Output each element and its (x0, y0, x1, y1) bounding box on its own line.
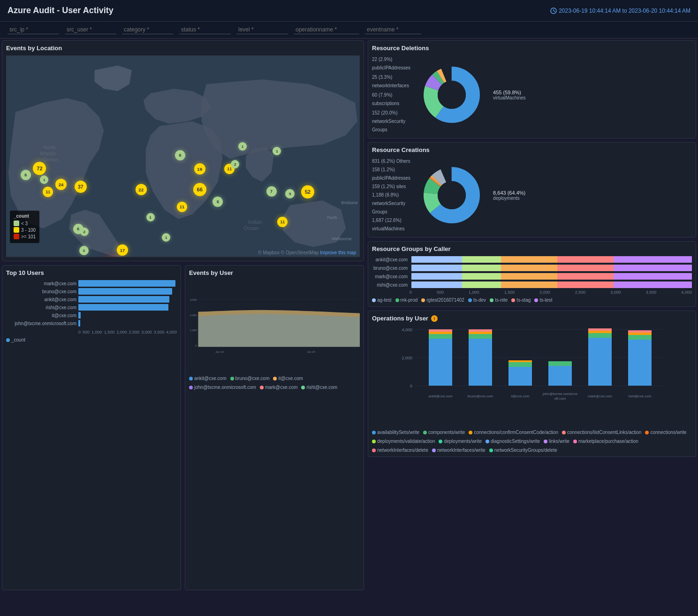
rg-segment (462, 281, 501, 288)
filter-operationname[interactable] (294, 25, 359, 34)
map-bubble[interactable]: 11 (177, 202, 187, 212)
map-bubble[interactable]: 5 (285, 189, 295, 198)
bar-label: rishi@cxe.com (6, 305, 76, 310)
map-bubble[interactable]: 1 (162, 233, 170, 242)
filter-src-ip[interactable] (8, 25, 59, 34)
top10-bar-row: mark@cxe.com (6, 280, 177, 287)
rg-segment (557, 265, 614, 271)
map-bubble[interactable]: 2 (80, 228, 89, 236)
map-bubble[interactable]: 22 (136, 184, 147, 195)
filter-eventname[interactable] (365, 25, 421, 34)
map-bubble[interactable]: 6 (212, 197, 223, 207)
filter-status[interactable] (179, 25, 231, 34)
deletions-chart-container: 22 (2.9%)publicIPAddresses 25 (3.3%)netw… (372, 55, 692, 134)
rg-legend-entry: ts-nite (490, 297, 508, 303)
deletions-label-publicip: 22 (2.9%)publicIPAddresses (372, 55, 410, 72)
rg-legend-label: mk-prod (401, 297, 418, 303)
map-bubble[interactable]: 11 (277, 217, 288, 227)
map-bubble[interactable]: 66 (193, 183, 206, 196)
rg-legend-dot (490, 298, 493, 302)
bar-track (78, 304, 177, 311)
svg-text:john@txcme.onmicros: john@txcme.onmicros (542, 392, 578, 396)
bar-fill (78, 288, 172, 295)
top10-legend: _count (6, 337, 177, 342)
events-by-user-panel: Events by User 3,000 2,000 1,000 0 (185, 265, 364, 590)
svg-text:4,000: 4,000 (402, 327, 412, 332)
events-legend-label: it@cxe.com (278, 376, 303, 381)
rg-segment (411, 281, 462, 288)
rg-segment (411, 256, 462, 263)
improve-map-link[interactable]: Improve this map (320, 250, 356, 255)
events-by-user-title: Events by User (189, 269, 360, 276)
svg-rect-60 (588, 331, 612, 333)
filter-src-user[interactable] (65, 25, 116, 34)
map-bubble[interactable]: 1 (238, 142, 247, 151)
rg-legend-dot (421, 298, 425, 302)
ops-legend-label: connections/write (650, 430, 686, 435)
map-container[interactable]: mapbox (6, 55, 360, 257)
svg-rect-55 (508, 360, 532, 362)
svg-rect-63 (628, 335, 652, 340)
ops-legend-dot (372, 449, 376, 452)
rg-legend-entry: rgtest2016071402 (421, 297, 464, 303)
time-range: 2023-06-19 10:44:14 AM to 2023-06-20 10:… (550, 8, 690, 14)
events-legend-dot (260, 386, 264, 389)
map-bubble[interactable]: 24 (55, 179, 67, 190)
svg-rect-51 (469, 332, 492, 334)
events-legend-label: john@txcme.onmicrosoft.com (194, 385, 256, 390)
events-legend-entry: bruno@cxe.com (230, 376, 270, 381)
ops-legend-entry: availabilitySets/write (372, 430, 419, 435)
map-bubble[interactable]: 1 (273, 147, 281, 155)
svg-text:0: 0 (410, 384, 412, 388)
rg-bar-track (411, 265, 692, 271)
bar-label: john@txcme.onmicrosoft.com (6, 321, 76, 326)
ops-legend-dot (372, 440, 376, 443)
ops-legend-dot (469, 431, 472, 434)
svg-rect-65 (628, 330, 652, 333)
creations-labels: 831 (6.2%) Others 158 (1.2%)publicIPAddr… (372, 157, 410, 233)
map-bubble[interactable]: 17 (117, 244, 128, 256)
bar-track (78, 288, 177, 295)
filter-level[interactable] (236, 25, 288, 34)
map-bubble[interactable]: 1 (40, 175, 48, 184)
map-bubble[interactable]: 37 (75, 181, 87, 193)
map-bubble[interactable]: 19 (194, 163, 205, 175)
map-bubble[interactable]: 2 (231, 160, 239, 168)
map-bubble[interactable]: 11 (43, 187, 53, 197)
ops-legend-entry: networkInterfaces/write (432, 448, 486, 453)
events-area-chart: 3,000 2,000 1,000 0 Jun 19 Jun 20 (189, 280, 360, 374)
top10-users-panel: Top 10 Users mark@cxe.com bruno@cxe.com … (2, 265, 181, 590)
map-bubble[interactable]: 72 (33, 162, 46, 175)
bar-label: it@cxe.com (6, 313, 76, 318)
ops-legend: availabilitySets/write components/write … (372, 430, 692, 453)
creations-label-vm: 1,687 (12.6%)virtualMachines (372, 216, 410, 233)
deletions-vm-label: 455 (59.8%)virtualMachines (493, 90, 525, 100)
rg-legend-dot (468, 298, 472, 302)
resource-groups-title: Resource Groups by Caller (372, 245, 692, 252)
rg-user-label: ankit@cxe.com (372, 257, 410, 262)
ops-legend-label: connections/confirmConsentCode/action (474, 430, 558, 435)
events-legend-entry: ankit@cxe.com (189, 376, 227, 381)
map-bubble[interactable]: 6 (21, 170, 31, 180)
rg-legend-entry: ts-dev (468, 297, 486, 303)
rg-legend-dot (534, 298, 538, 302)
svg-rect-62 (628, 340, 652, 386)
bar-track (78, 280, 177, 287)
resource-deletions-title: Resource Deletions (372, 45, 692, 52)
map-bubble[interactable]: 52 (301, 185, 314, 198)
events-legend-entry: rishi@cxe.com (301, 385, 337, 390)
rg-segment (557, 256, 614, 263)
filter-category[interactable] (122, 25, 174, 34)
map-bubble[interactable]: 3 (79, 246, 89, 255)
map-bubble[interactable]: 7 (266, 186, 277, 197)
clock-icon (550, 8, 557, 14)
events-legend-dot (301, 386, 305, 389)
map-bubble[interactable]: 6 (175, 150, 185, 160)
map-bubble[interactable]: 1 (146, 213, 155, 221)
rg-segment (614, 256, 692, 263)
svg-text:Jun 19: Jun 19 (215, 350, 224, 353)
creations-label-sites: 159 (1.2%) sites (372, 183, 410, 191)
rg-segment (501, 265, 557, 271)
svg-point-38 (438, 181, 466, 209)
ops-legend-entry: links/write (544, 439, 569, 444)
